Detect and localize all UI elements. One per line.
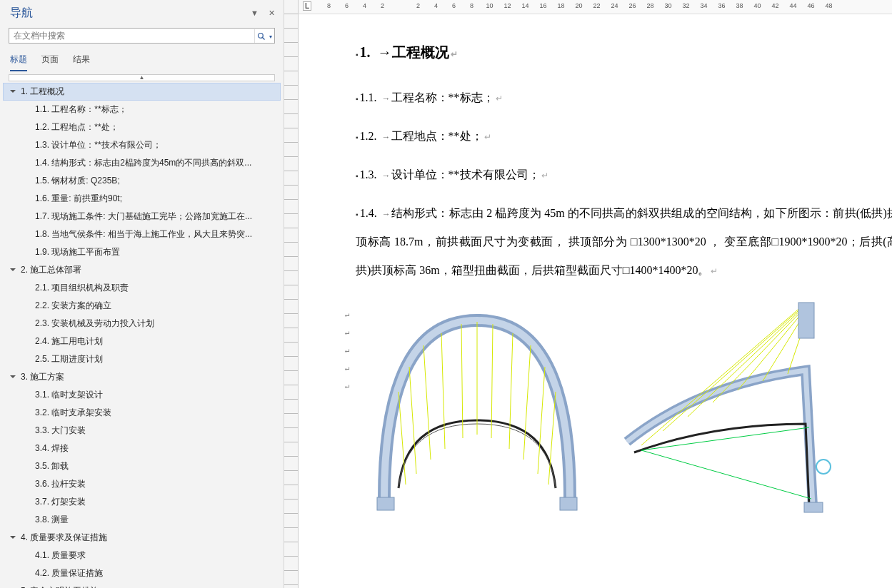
ruler-tick: 44 — [784, 2, 802, 9]
ruler-tick: 14 — [516, 2, 534, 9]
ruler-tick: 6 — [338, 2, 356, 9]
ruler-tick: 2 — [409, 2, 427, 9]
tree-item[interactable]: 2.4. 施工用电计划 — [3, 333, 281, 350]
svg-line-16 — [663, 306, 803, 431]
ruler-tick: 24 — [606, 2, 623, 9]
tree-item[interactable]: 3.2. 临时支承架安装 — [3, 404, 281, 422]
tree-item[interactable]: 3.8. 测量 — [3, 511, 281, 529]
heading-1: ▪1.→工程概况↵ — [356, 43, 892, 62]
ruler-tick: 8 — [320, 2, 338, 9]
ruler-tick — [391, 2, 409, 9]
paragraph-mark-icon: ↵ — [451, 49, 458, 59]
ruler-tick: 12 — [498, 2, 516, 9]
nav-tabs: 标题 页面 结果 — [0, 48, 284, 71]
nav-tree: 1. 工程概况 1.1. 工程名称：**标志； 1.2. 工程地点：**处； 1… — [0, 83, 284, 588]
nav-header: 导航 ▼ ✕ — [0, 0, 284, 24]
svg-rect-25 — [804, 502, 823, 512]
tree-item[interactable]: 1.9. 现场施工平面布置 — [3, 243, 281, 261]
svg-line-10 — [523, 345, 531, 460]
tree-item[interactable]: 4.1. 质量要求 — [3, 547, 281, 564]
tree-item-5[interactable]: 5. 安全文明施工措施 — [3, 582, 281, 588]
ruler-tick: 8 — [463, 2, 481, 9]
document-page: ▪1.→工程概况↵ ▪1.1.→工程名称：**标志；↵ ▪1.2.→工程地点：*… — [356, 43, 892, 520]
structure-diagram: ↵ ↵ ↵ ↵ ↵ — [356, 299, 892, 520]
ruler-tick: 46 — [802, 2, 820, 9]
ruler-tick: 16 — [534, 2, 552, 9]
tab-headings[interactable]: 标题 — [10, 51, 27, 71]
search-icon[interactable]: ▾ — [254, 29, 274, 43]
tree-item[interactable]: 4.2. 质量保证措施 — [3, 564, 281, 582]
svg-line-23 — [641, 427, 809, 450]
chevron-down-icon[interactable] — [9, 373, 18, 382]
tree-item[interactable]: 1.4. 结构形式：标志由2榀跨度为45m的不同拱高的斜双... — [3, 154, 281, 172]
chevron-down-icon[interactable] — [9, 266, 18, 275]
svg-line-18 — [713, 306, 806, 402]
svg-rect-13 — [377, 497, 394, 510]
tab-pages[interactable]: 页面 — [41, 51, 59, 71]
navigation-pane: 导航 ▼ ✕ ▾ 标题 页面 结果 ▲ 1. 工程概况 1.1. 工程名称：**… — [0, 0, 284, 588]
tree-item[interactable]: 1.7. 现场施工条件: 大门基础施工完毕；公路加宽施工在... — [3, 208, 281, 225]
tree-item-2[interactable]: 2. 施工总体部署 — [3, 261, 281, 279]
tree-item[interactable]: 1.2. 工程地点：**处； — [3, 118, 281, 136]
tree-item[interactable]: 3.1. 临时支架设计 — [3, 386, 281, 404]
ruler-tick: 38 — [731, 2, 748, 9]
tree-item[interactable]: 2.2. 安装方案的确立 — [3, 297, 281, 315]
ruler-tick: 2 — [374, 2, 391, 9]
document-scroll[interactable]: ▪1.→工程概况↵ ▪1.1.→工程名称：**标志；↵ ▪1.2.→工程地点：*… — [299, 14, 892, 588]
tree-item[interactable]: 1.5. 钢材材质: Q235B; — [3, 172, 281, 190]
svg-line-3 — [409, 367, 416, 474]
tree-item[interactable]: 3.5. 卸载 — [3, 457, 281, 475]
ruler-tick: 6 — [445, 2, 463, 9]
collapse-all-bar[interactable]: ▲ — [9, 74, 275, 81]
ruler-tick: 34 — [695, 2, 713, 9]
tab-results[interactable]: 结果 — [73, 51, 90, 71]
svg-point-0 — [259, 34, 264, 39]
tree-item[interactable]: 3.6. 拉杆安装 — [3, 475, 281, 493]
chevron-down-icon[interactable] — [9, 88, 18, 96]
svg-line-11 — [538, 367, 545, 474]
ruler-tick: 10 — [481, 2, 498, 9]
ruler-tick: 20 — [570, 2, 588, 9]
nav-title: 导航 — [10, 6, 251, 21]
ruler-tick: 48 — [820, 2, 838, 9]
tree-item[interactable]: 2.3. 安装机械及劳动力投入计划 — [3, 315, 281, 333]
tree-item[interactable]: 1.1. 工程名称：**标志； — [3, 101, 281, 118]
tree-item[interactable]: 3.7. 灯架安装 — [3, 493, 281, 511]
horizontal-ruler[interactable]: L 8 6 4 2 2 4 6 8 10 12 14 16 18 20 22 2… — [299, 0, 892, 14]
ruler-tick: 4 — [356, 2, 374, 9]
svg-line-17 — [688, 306, 805, 417]
tree-item-1[interactable]: 1. 工程概况 — [3, 83, 281, 101]
tree-item[interactable]: 2.1. 项目组织机构及职责 — [3, 279, 281, 297]
paragraph: ▪1.1.→工程名称：**标志；↵ — [356, 83, 892, 112]
ruler-tick: 18 — [552, 2, 570, 9]
ruler-tick: 26 — [623, 2, 641, 9]
dropdown-icon[interactable]: ▼ — [251, 9, 259, 18]
paragraph: ▪1.3.→设计单位：**技术有限公司；↵ — [356, 161, 892, 189]
tree-item[interactable]: 1.3. 设计单位：**技术有限公司； — [3, 136, 281, 154]
vertical-ruler[interactable] — [284, 0, 299, 588]
svg-line-4 — [424, 345, 431, 460]
tree-item[interactable]: 3.3. 大门安装 — [3, 422, 281, 440]
ruler-tick: 28 — [641, 2, 659, 9]
tree-item[interactable]: 2.5. 工期进度计划 — [3, 350, 281, 368]
tree-item-3[interactable]: 3. 施工方案 — [3, 368, 281, 386]
ruler-tick: 40 — [748, 2, 766, 9]
search-input[interactable] — [9, 29, 254, 42]
tree-item-4[interactable]: 4. 质量要求及保证措施 — [3, 529, 281, 547]
svg-line-9 — [509, 333, 513, 449]
paragraph: ▪1.2.→工程地点：**处；↵ — [356, 122, 892, 151]
chevron-down-icon[interactable] — [9, 534, 18, 542]
svg-line-1 — [263, 38, 265, 40]
ruler-tick: 22 — [588, 2, 606, 9]
search-box: ▾ — [9, 28, 275, 44]
svg-point-26 — [816, 460, 831, 474]
document-area: L 8 6 4 2 2 4 6 8 10 12 14 16 18 20 22 2… — [299, 0, 892, 588]
tree-item[interactable]: 1.8. 当地气侯条件: 相当于海上施工作业，风大且来势突... — [3, 225, 281, 243]
ruler-tick: 36 — [713, 2, 731, 9]
close-icon[interactable]: ✕ — [269, 9, 275, 18]
tree-item[interactable]: 3.4. 焊接 — [3, 440, 281, 457]
tree-item[interactable]: 1.6. 重量: 前拱重约90t; — [3, 190, 281, 208]
svg-line-22 — [641, 450, 811, 499]
ruler-tick: 4 — [427, 2, 445, 9]
svg-line-5 — [441, 333, 445, 449]
